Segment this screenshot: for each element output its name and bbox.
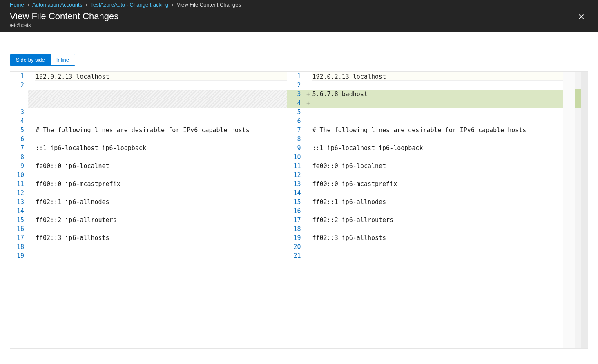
diff-line[interactable]: 3 [10,108,287,117]
chevron-right-icon: › [172,2,173,8]
line-number: 13 [287,180,305,189]
line-number: 17 [287,215,305,224]
diff-line[interactable]: 18 [10,242,287,251]
scrollbar-vertical[interactable] [581,72,588,348]
diff-line[interactable]: 21 [287,251,564,260]
diff-pane-left[interactable]: 1192.0.2.13 localhost2345# The following… [10,72,287,348]
diff-marker [28,224,35,233]
diff-marker [305,126,312,135]
diff-line[interactable]: 12 [10,189,287,198]
code-content: ff02::2 ip6-allrouters [312,215,564,224]
diff-line[interactable]: 2 [287,81,564,90]
code-content [312,81,564,90]
diff-line[interactable]: 11fe00::0 ip6-localnet [287,162,564,171]
diff-marker [305,189,312,198]
diff-marker [305,144,312,153]
diff-line[interactable]: 18 [287,224,564,233]
breadcrumb-automation-accounts[interactable]: Automation Accounts [32,2,82,8]
line-number: 19 [287,233,305,242]
code-content [312,224,564,233]
diff-line[interactable]: 9fe00::0 ip6-localnet [10,162,287,171]
diff-marker [305,215,312,224]
diff-marker [28,206,35,215]
diff-line[interactable]: 7# The following lines are desirable for… [287,126,564,135]
diff-line[interactable]: 19ff02::3 ip6-allhosts [287,233,564,242]
breadcrumb: Home › Automation Accounts › TestAzureAu… [0,0,598,9]
code-content [35,171,287,180]
diff-line[interactable]: 16 [10,224,287,233]
code-content [312,171,564,180]
line-number: 19 [10,251,28,260]
diff-line[interactable]: 5 [287,108,564,117]
code-content: # The following lines are desirable for … [35,126,287,135]
line-number: 2 [287,81,305,90]
diff-line[interactable]: 19 [10,251,287,260]
diff-line[interactable]: 7::1 ip6-localhost ip6-loopback [10,144,287,153]
diff-marker [305,180,312,189]
diff-line[interactable]: 5# The following lines are desirable for… [10,126,287,135]
diff-line[interactable]: 8 [287,135,564,144]
code-content: ff00::0 ip6-mcastprefix [312,180,564,189]
diff-line[interactable]: 9::1 ip6-localhost ip6-loopback [287,144,564,153]
diff-line[interactable]: 1192.0.2.13 localhost [287,72,564,81]
diff-overview-ruler[interactable] [575,72,581,348]
diff-minimap [563,72,575,348]
diff-marker [305,171,312,180]
line-number: 13 [10,198,28,206]
diff-line[interactable]: 10 [10,171,287,180]
diff-line[interactable]: 14 [10,206,287,215]
code-content [35,99,287,108]
code-content [312,117,564,126]
diff-marker [28,117,35,126]
line-number: 18 [287,224,305,233]
diff-pane-right[interactable]: 1192.0.2.13 localhost23+5.6.7.8 badhost4… [287,72,564,348]
tab-side-by-side[interactable]: Side by side [10,54,51,65]
diff-line[interactable] [10,90,287,99]
diff-line[interactable]: 15ff02::1 ip6-allnodes [287,198,564,206]
code-content [312,251,564,260]
diff-line[interactable]: 16 [287,206,564,215]
breadcrumb-home[interactable]: Home [10,2,24,8]
code-content: ff00::0 ip6-mcastprefix [35,180,287,189]
overview-added-marker [575,89,581,108]
code-content: ff02::2 ip6-allrouters [35,215,287,224]
line-number: 14 [287,189,305,198]
breadcrumb-change-tracking[interactable]: TestAzureAuto - Change tracking [91,2,169,8]
diff-line[interactable]: 4+ [287,99,564,108]
page-subtitle: /etc/hosts [10,22,118,28]
diff-line[interactable] [10,99,287,108]
close-button[interactable]: ✕ [575,11,588,22]
code-content [312,153,564,162]
page-title: View File Content Changes [10,11,118,22]
diff-line[interactable]: 12 [287,171,564,180]
diff-marker [28,215,35,224]
tab-inline[interactable]: Inline [51,54,75,65]
diff-line[interactable]: 3+5.6.7.8 badhost [287,90,564,99]
close-icon: ✕ [578,12,585,21]
view-toggle: Side by side Inline [10,54,75,66]
diff-line[interactable]: 17ff02::3 ip6-allhosts [10,233,287,242]
diff-line[interactable]: 6 [10,135,287,144]
diff-line[interactable]: 15ff02::2 ip6-allrouters [10,215,287,224]
diff-line[interactable]: 6 [287,117,564,126]
diff-line[interactable]: 4 [10,117,287,126]
diff-marker [28,81,35,90]
line-number: 9 [10,162,28,171]
diff-line[interactable]: 11ff00::0 ip6-mcastprefix [10,180,287,189]
diff-line[interactable]: 13ff00::0 ip6-mcastprefix [287,180,564,189]
code-content: 192.0.2.13 localhost [312,72,564,81]
diff-line[interactable]: 10 [287,153,564,162]
code-content: ::1 ip6-localhost ip6-loopback [35,144,287,153]
diff-line[interactable]: 17ff02::2 ip6-allrouters [287,215,564,224]
diff-marker [305,135,312,144]
diff-line[interactable]: 1192.0.2.13 localhost [10,72,287,81]
diff-line[interactable]: 2 [10,81,287,90]
diff-line[interactable]: 13ff02::1 ip6-allnodes [10,198,287,206]
diff-line[interactable]: 20 [287,242,564,251]
code-content: fe00::0 ip6-localnet [312,162,564,171]
diff-marker [305,206,312,215]
diff-line[interactable]: 8 [10,153,287,162]
diff-marker [28,180,35,189]
diff-line[interactable]: 14 [287,189,564,198]
line-number: 10 [10,171,28,180]
